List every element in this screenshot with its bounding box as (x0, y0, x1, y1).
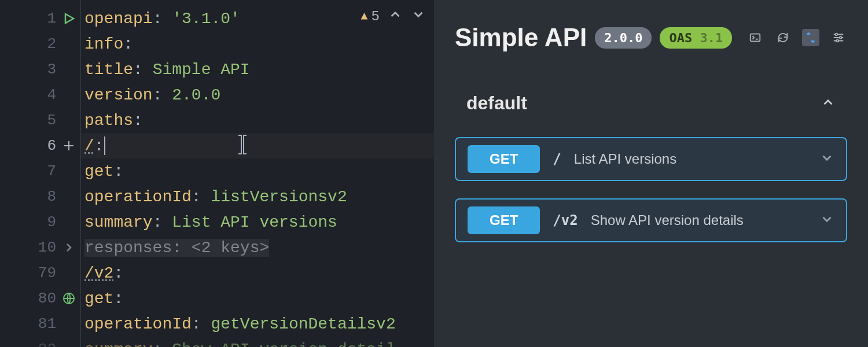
terminal-icon[interactable] (746, 29, 764, 46)
gutter-row[interactable]: 2 (0, 31, 80, 57)
chevron-down-icon[interactable] (819, 212, 834, 229)
gutter-row[interactable]: 5 (0, 108, 80, 133)
folded-region[interactable]: responses: <2 keys> (84, 239, 269, 257)
prev-problem-button[interactable] (388, 7, 403, 26)
gutter-row[interactable]: 9 (0, 209, 80, 235)
http-method-badge: GET (468, 206, 540, 234)
gutter-row[interactable]: 79 (0, 260, 80, 286)
sync-icon[interactable] (802, 29, 819, 46)
endpoint-path: / (553, 151, 561, 167)
line-number: 5 (47, 112, 56, 129)
http-method-badge: GET (468, 145, 540, 173)
svg-point-4 (836, 40, 838, 42)
text-cursor (104, 136, 105, 155)
endpoint-row[interactable]: GET / List API versions (455, 137, 847, 181)
line-number: 81 (38, 315, 56, 333)
preview-header: Simple API 2.0.0 OAS 3.1 (455, 23, 847, 52)
gutter-row[interactable]: 6 (0, 133, 80, 158)
oas-badge: OAS 3.1 (660, 27, 732, 49)
play-icon[interactable] (62, 12, 76, 25)
line-number: 1 (47, 10, 56, 27)
api-title: Simple API (455, 23, 587, 52)
gutter-row[interactable]: 8 (0, 184, 80, 209)
endpoint-summary: List API versions (574, 151, 676, 167)
line-number: 2 (47, 35, 56, 53)
line-number: 6 (47, 137, 56, 154)
chevron-down-icon[interactable] (819, 150, 834, 168)
endpoint-row[interactable]: GET /v2 Show API version details (455, 198, 847, 242)
line-number: 7 (47, 163, 56, 180)
svg-point-3 (840, 36, 842, 39)
code-line[interactable]: responses: <2 keys> (81, 235, 434, 260)
add-icon[interactable] (62, 139, 76, 153)
gutter-row[interactable]: 4 (0, 82, 80, 108)
gutter-row[interactable]: 3 (0, 57, 80, 82)
line-number: 9 (47, 213, 56, 231)
code-line[interactable]: get: (81, 158, 434, 184)
warnings-badge[interactable]: ▲ 5 (361, 9, 380, 24)
section-header[interactable]: default (455, 93, 847, 114)
gutter-row[interactable]: 10 (0, 235, 80, 260)
svg-rect-1 (751, 34, 760, 42)
gutter-row[interactable]: 82 (0, 337, 80, 347)
editor-gutter: 1 2 3 4 5 6 7 8 9 10 79 80 (0, 0, 81, 347)
gutter-row[interactable]: 80 (0, 286, 80, 311)
line-number: 82 (38, 341, 56, 347)
code-line-active[interactable]: /: (81, 133, 434, 158)
section-title: default (466, 93, 527, 114)
code-line[interactable]: operationId: getVersionDetailsv2 (81, 311, 434, 337)
globe-icon[interactable] (62, 291, 76, 305)
warnings-count: 5 (372, 9, 380, 24)
settings-icon[interactable] (830, 29, 847, 46)
code-area[interactable]: openapi: '3.1.0' info: title: Simple API… (81, 0, 434, 347)
line-number: 79 (38, 264, 56, 282)
code-line[interactable]: info: (81, 31, 434, 57)
code-line[interactable]: version: 2.0.0 (81, 82, 434, 108)
endpoint-path: /v2 (553, 212, 578, 228)
api-preview-pane: Simple API 2.0.0 OAS 3.1 default GET / L… (434, 0, 868, 347)
version-badge: 2.0.0 (595, 27, 652, 49)
preview-toolbar (746, 29, 847, 46)
line-number: 10 (38, 239, 56, 256)
code-line[interactable]: summary: List API versions (81, 209, 434, 235)
chevron-up-icon[interactable] (821, 95, 836, 112)
editor-status-bar: ▲ 5 (361, 7, 426, 26)
code-line[interactable]: title: Simple API (81, 57, 434, 82)
refresh-icon[interactable] (774, 29, 792, 46)
warning-icon: ▲ (361, 10, 368, 23)
line-number: 8 (47, 188, 56, 205)
line-number: 4 (47, 86, 56, 104)
next-problem-button[interactable] (411, 7, 426, 26)
fold-chevron-icon[interactable] (62, 241, 76, 254)
svg-point-2 (836, 34, 838, 36)
line-number: 80 (38, 290, 56, 307)
line-number: 3 (47, 61, 56, 78)
code-line[interactable]: summary: Show API version detail (81, 337, 434, 347)
gutter-row[interactable]: 1 (0, 6, 80, 31)
code-line[interactable]: get: (81, 286, 434, 311)
code-line[interactable]: operationId: listVersionsv2 (81, 184, 434, 209)
code-line[interactable]: paths: (81, 108, 434, 133)
gutter-row[interactable]: 81 (0, 311, 80, 337)
gutter-row[interactable]: 7 (0, 158, 80, 184)
code-line[interactable]: /v2: (81, 260, 434, 286)
code-editor-pane: 1 2 3 4 5 6 7 8 9 10 79 80 (0, 0, 434, 347)
endpoint-summary: Show API version details (591, 212, 744, 228)
